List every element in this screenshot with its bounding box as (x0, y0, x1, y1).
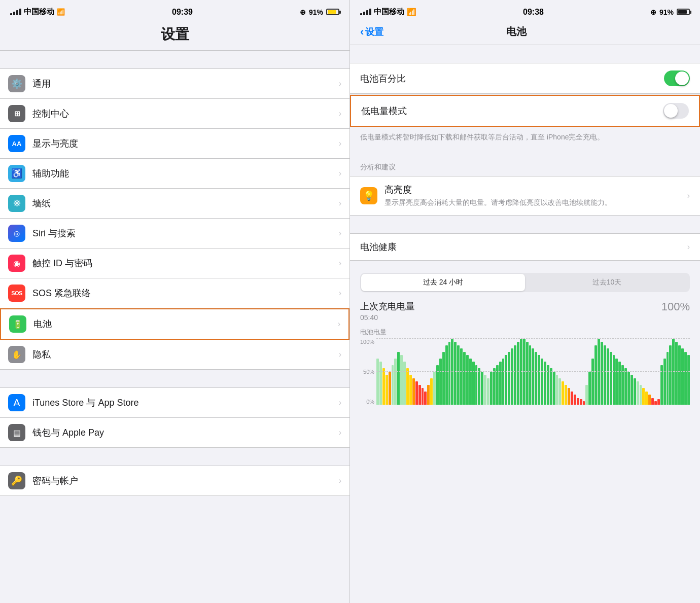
chart-bar (627, 372, 630, 405)
right-page-title: 电池 (383, 25, 649, 39)
left-panel: 中国移动 📶 09:39 ⊕ 91% 设置 ⚙️ 通用 › ⊞ (0, 0, 350, 603)
itunes-icon: A (8, 394, 25, 411)
display-icon: AA (8, 135, 25, 152)
chart-bar (466, 355, 469, 405)
chart-bar (422, 388, 424, 405)
chart-bar (640, 385, 642, 405)
chart-100-label: 100% (360, 339, 374, 345)
settings-item-itunes[interactable]: A iTunes Store 与 App Store › (0, 388, 349, 418)
general-label: 通用 (32, 78, 339, 90)
privacy-icon: ✋ (8, 346, 25, 363)
right-gap-1 (350, 45, 700, 63)
chart-bar (607, 348, 609, 405)
high-brightness-item[interactable]: 💡 高亮度 显示屏亮度高会消耗大量的电量。请考虑降低亮度以改善电池续航能力。 › (350, 176, 700, 216)
settings-item-wallpaper[interactable]: ❋ 墙纸 › (0, 189, 349, 219)
display-chevron: › (339, 139, 341, 148)
settings-item-display[interactable]: AA 显示与亮度 › (0, 129, 349, 159)
chart-bar (642, 388, 645, 405)
itunes-label: iTunes Store 与 App Store (32, 397, 339, 409)
last-charge-label: 上次充电电量 (360, 300, 415, 312)
chart-bar (574, 395, 576, 405)
chart-bar (403, 362, 406, 405)
chart-bar (601, 342, 603, 405)
passwords-label: 密码与帐户 (32, 475, 339, 487)
chart-bar (604, 345, 606, 405)
settings-item-touchid[interactable]: ◉ 触控 ID 与密码 › (0, 249, 349, 278)
settings-item-battery[interactable]: 🔋 电池 › (0, 308, 349, 340)
control-icon: ⊞ (8, 105, 25, 122)
sos-icon: SOS (8, 285, 25, 302)
wallet-icon: ▤ (8, 424, 25, 441)
chart-bar (502, 359, 505, 405)
chart-y-labels: 100% 50% 0% (360, 339, 374, 405)
battery-settings-content: 电池百分比 低电量模式 低电量模式将暂时降低如下载和邮件获取等后台活动，直至 i… (350, 45, 700, 603)
battery-health-row[interactable]: 电池健康 › (350, 233, 700, 261)
chart-bar (436, 365, 439, 405)
chart-bar (544, 362, 546, 405)
chart-bar (577, 398, 579, 405)
chart-bar (389, 372, 391, 405)
chart-bar (475, 365, 478, 405)
settings-item-siri[interactable]: ◎ Siri 与搜索 › (0, 219, 349, 249)
battery-percentage-row[interactable]: 电池百分比 (350, 63, 700, 94)
chart-bar (442, 352, 445, 405)
battery-chevron: › (338, 320, 340, 329)
settings-section-3: 🔑 密码与帐户 › (0, 466, 349, 496)
chart-bar (594, 345, 597, 405)
touchid-label: 触控 ID 与密码 (32, 257, 339, 269)
chart-bar (433, 372, 436, 405)
chart-bar (535, 352, 537, 405)
back-button[interactable]: ‹ 设置 (360, 25, 383, 39)
chart-bar (580, 399, 582, 404)
chart-bar (538, 355, 540, 405)
chart-bar (613, 355, 615, 405)
status-bar-right: 中国移动 📶 09:38 ⊕ 91% (350, 0, 700, 21)
settings-item-sos[interactable]: SOS SOS 紧急联络 › (0, 278, 349, 308)
chart-bar (621, 365, 624, 405)
settings-item-wallet[interactable]: ▤ 钱包与 Apple Pay › (0, 418, 349, 447)
chart-bar (409, 375, 412, 405)
tab-10d[interactable]: 过去10天 (525, 274, 689, 291)
low-power-label: 低电量模式 (361, 105, 407, 117)
chart-bar (562, 381, 564, 405)
location-icon-left: ⊕ (300, 8, 306, 16)
chart-bar (684, 352, 687, 405)
tab-24h[interactable]: 过去 24 小时 (361, 274, 525, 291)
low-power-toggle[interactable] (663, 103, 689, 119)
chart-with-labels: 100% 50% 0% (360, 339, 690, 405)
chart-bar (687, 355, 690, 405)
chart-bar (657, 399, 660, 404)
chart-bar (505, 355, 507, 405)
siri-icon: ◎ (8, 225, 25, 242)
chart-bar (660, 365, 663, 405)
chart-bar (678, 345, 681, 405)
settings-item-general[interactable]: ⚙️ 通用 › (0, 69, 349, 99)
settings-item-control[interactable]: ⊞ 控制中心 › (0, 99, 349, 129)
chart-bar (553, 372, 555, 405)
settings-item-privacy[interactable]: ✋ 隐私 › (0, 340, 349, 369)
chart-bar (610, 352, 612, 405)
chart-bar (478, 368, 480, 405)
toggle-knob-percentage (675, 72, 689, 85)
settings-list: ⚙️ 通用 › ⊞ 控制中心 › AA 显示与亮度 › ♿ 辅助功能 › (0, 51, 349, 603)
chart-bar (583, 401, 585, 405)
battery-percentage-label: 电池百分比 (360, 73, 406, 85)
chart-bar (523, 339, 526, 405)
battery-chart-bars (376, 339, 690, 405)
chart-bar (547, 365, 549, 405)
chart-bar (484, 375, 486, 405)
time-right: 09:38 (523, 8, 544, 17)
low-power-row[interactable]: 低电量模式 (351, 96, 699, 126)
gap-2 (0, 370, 349, 387)
chart-bar (637, 381, 639, 405)
settings-item-accessibility[interactable]: ♿ 辅助功能 › (0, 159, 349, 189)
left-page-header: 设置 (0, 21, 349, 51)
battery-percentage-toggle[interactable] (664, 70, 690, 86)
gap-3 (0, 448, 349, 466)
chart-bar (386, 375, 388, 405)
chart-bar (412, 378, 415, 405)
chart-grid-100 (376, 338, 690, 339)
brightness-desc: 显示屏亮度高会消耗大量的电量。请考虑降低亮度以改善电池续航能力。 (384, 198, 687, 208)
privacy-label: 隐私 (32, 348, 339, 361)
settings-item-passwords[interactable]: 🔑 密码与帐户 › (0, 466, 349, 495)
